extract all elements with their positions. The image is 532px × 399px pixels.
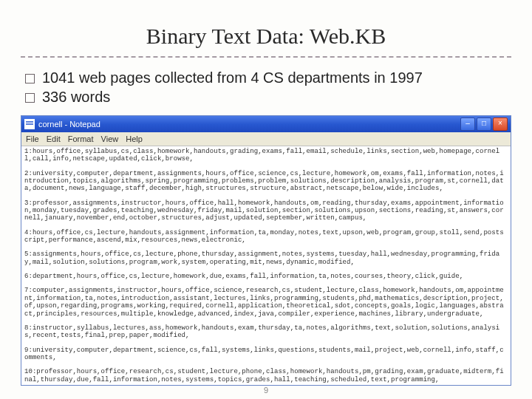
menu-file[interactable]: File bbox=[26, 134, 39, 143]
text-line: 2:university,computer,department,assignm… bbox=[24, 170, 508, 193]
notepad-app-icon bbox=[24, 119, 35, 129]
text-line: 8:instructor,syllabus,lectures,ass,homew… bbox=[24, 324, 508, 340]
bullet-text: 1041 web pages collected from 4 CS depar… bbox=[42, 68, 423, 87]
minimize-button[interactable]: – bbox=[460, 117, 475, 131]
slide-title: Binary Text Data: Web.KB bbox=[21, 24, 511, 49]
window-title: cornell - Notepad bbox=[38, 120, 460, 129]
bullet-text: 336 words bbox=[42, 87, 110, 106]
text-editor-area[interactable]: 1:hours,office,syllabus,cs,class,homewor… bbox=[21, 146, 511, 385]
bullet-box-icon bbox=[25, 74, 35, 83]
bullet-item: 336 words bbox=[25, 87, 511, 106]
menu-view[interactable]: View bbox=[101, 134, 119, 143]
title-divider bbox=[21, 56, 511, 58]
notepad-window: cornell - Notepad – □ × File Edit Format… bbox=[21, 115, 511, 386]
close-button[interactable]: × bbox=[493, 117, 508, 131]
text-line: 6:department,hours,office,cs,lecture,hom… bbox=[24, 273, 508, 280]
bullet-item: 1041 web pages collected from 4 CS depar… bbox=[25, 68, 511, 87]
text-line: 3:professor,assignments,instructor,hours… bbox=[24, 200, 508, 222]
menu-format[interactable]: Format bbox=[68, 134, 94, 143]
page-number: 9 bbox=[264, 386, 268, 395]
text-line: 7:computer,assignments,instructor,hours,… bbox=[24, 287, 508, 317]
bullet-box-icon bbox=[25, 93, 35, 103]
window-titlebar[interactable]: cornell - Notepad – □ × bbox=[21, 116, 511, 132]
text-line: 4:hours,office,cs,lecture,handouts,assig… bbox=[24, 229, 508, 245]
text-line: 10:professor,hours,office,research,cs,st… bbox=[24, 368, 508, 383]
menu-edit[interactable]: Edit bbox=[47, 134, 61, 143]
menu-help[interactable]: Help bbox=[126, 134, 143, 143]
bullet-list: 1041 web pages collected from 4 CS depar… bbox=[25, 68, 511, 106]
text-line: 9:university,computer,department,science… bbox=[24, 347, 508, 362]
text-line: 1:hours,office,syllabus,cs,class,homewor… bbox=[24, 148, 508, 163]
text-line: 5:assignments,hours,office,cs,lecture,ph… bbox=[24, 250, 508, 266]
maximize-button[interactable]: □ bbox=[477, 117, 491, 131]
menu-bar: File Edit Format View Help bbox=[21, 132, 511, 146]
